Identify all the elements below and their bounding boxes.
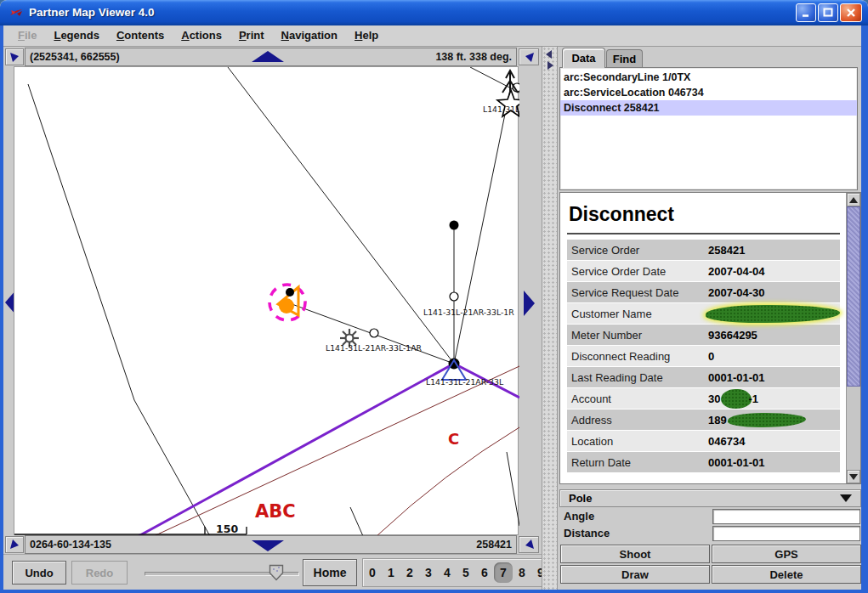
tab-data[interactable]: Data	[562, 48, 605, 68]
map-sheet-id: 0264-60-134-135	[26, 539, 111, 551]
split-collapse-right-icon[interactable]	[547, 61, 553, 70]
sheet-nav-nw-button[interactable]	[5, 48, 24, 65]
detail-scrollbar[interactable]	[846, 193, 860, 483]
split-divider[interactable]	[542, 47, 558, 590]
list-item[interactable]: arc:SecondaryLine 1/0TX	[560, 70, 857, 85]
redo-button[interactable]: Redo	[71, 561, 128, 585]
detail-row-value	[706, 305, 840, 323]
angle-input[interactable]	[712, 509, 860, 524]
detail-row-label: Service Order	[567, 244, 708, 257]
map-canvas[interactable]: L141-31L-21AR-33L-1R L141-31L-21AR-33L-1…	[14, 66, 519, 535]
minimize-button[interactable]	[796, 3, 816, 22]
detail-panel: Disconnect Service Order258421Service Or…	[559, 192, 861, 484]
page-button-0[interactable]: 0	[363, 562, 382, 583]
sheet-nav-sw-button[interactable]	[5, 536, 24, 553]
detail-row-label: Meter Number	[567, 329, 708, 342]
menu-print[interactable]: Print	[231, 25, 272, 46]
menu-navigation[interactable]: Navigation	[274, 25, 345, 46]
menu-legends[interactable]: Legends	[46, 25, 106, 46]
detail-row: Service Order258421	[567, 240, 840, 260]
page-button-6[interactable]: 6	[475, 562, 494, 583]
detail-row-label: Address	[567, 414, 708, 426]
page-button-4[interactable]: 4	[438, 562, 457, 583]
detail-row: Account30-1	[567, 388, 840, 409]
detail-row-value: 0001-01-01	[708, 456, 765, 469]
sheet-nav-ne-button[interactable]	[519, 48, 539, 65]
draw-button[interactable]: Draw	[560, 565, 710, 584]
redaction-scribble	[728, 413, 806, 427]
menu-file[interactable]: File	[10, 25, 44, 46]
scale-label: 150	[216, 522, 238, 535]
detail-row: Address189	[567, 409, 840, 430]
node-dot	[450, 221, 459, 230]
feature-label: L141-31L-21AR-33L-1R	[423, 308, 514, 317]
tab-find[interactable]: Find	[606, 49, 643, 68]
detail-row: Service Request Date2007-04-30	[567, 282, 840, 302]
pan-down-icon[interactable]	[252, 540, 284, 551]
shoot-button[interactable]: Shoot	[560, 545, 710, 563]
combo-arrow-icon	[840, 494, 852, 502]
detail-row: Customer Name	[567, 303, 840, 324]
feature-label: L141-31L-21	[483, 104, 519, 114]
close-button[interactable]	[840, 3, 862, 22]
pole-dropdown-value: Pole	[569, 492, 592, 505]
page-button-8[interactable]: 8	[513, 562, 531, 583]
app-window: Partner Map Viewer 4.0 FileLegendsConten…	[0, 0, 868, 593]
detail-row-label: Customer Name	[567, 308, 706, 320]
redaction-scribble	[706, 305, 840, 323]
area-label: ABC	[255, 501, 296, 522]
area-label: C	[448, 430, 459, 448]
delete-button[interactable]: Delete	[712, 565, 861, 584]
menu-help[interactable]: Help	[347, 25, 386, 46]
detail-row-value: 258421	[708, 244, 745, 257]
scroll-up-button[interactable]	[847, 193, 860, 206]
list-item[interactable]: Disconnect 258421	[560, 100, 857, 116]
undo-button[interactable]: Undo	[12, 561, 66, 585]
gps-button[interactable]: GPS	[712, 545, 861, 563]
redaction-scribble	[721, 389, 752, 409]
detail-row-label: Last Reading Date	[567, 371, 708, 384]
menu-contents[interactable]: Contents	[109, 25, 172, 46]
detail-row-value: 2007-04-30	[708, 286, 765, 299]
detail-row: Return Date0001-01-01	[567, 452, 840, 472]
distance-input[interactable]	[712, 526, 860, 541]
detail-row: Service Order Date2007-04-04	[567, 261, 840, 281]
detail-row: Last Reading Date0001-01-01	[567, 367, 840, 387]
detail-row: Location046734	[567, 431, 840, 451]
feature-label: L141-31L-21AR-33L	[426, 377, 504, 387]
sheet-nav-se-button[interactable]	[519, 536, 539, 553]
map-readout: 138 ft. 338 deg.	[435, 51, 516, 63]
page-number-panel: 0123456789	[362, 558, 551, 587]
detail-rows: Service Order258421Service Order Date200…	[560, 240, 847, 472]
detail-row-value: 189	[708, 413, 806, 427]
home-button[interactable]: Home	[303, 559, 357, 586]
page-button-7[interactable]: 7	[494, 562, 513, 583]
app-icon	[8, 4, 25, 21]
page-button-3[interactable]: 3	[419, 562, 438, 583]
pan-right-icon[interactable]	[524, 291, 535, 316]
menu-actions[interactable]: Actions	[173, 25, 230, 46]
scrollbar-thumb[interactable]	[847, 206, 860, 387]
detail-row-label: Service Order Date	[567, 265, 708, 278]
page-button-1[interactable]: 1	[382, 562, 400, 583]
selected-device-symbol	[269, 285, 305, 320]
map-selection-id: 258421	[476, 539, 516, 551]
frame-right	[861, 25, 868, 593]
pole-symbol-icon	[502, 71, 518, 93]
frame-bottom	[0, 590, 868, 593]
page-button-2[interactable]: 2	[400, 562, 419, 583]
maximize-button[interactable]	[818, 3, 838, 22]
pole-dropdown[interactable]: Pole	[559, 489, 861, 507]
detail-row-label: Account	[567, 393, 708, 405]
title-bar[interactable]: Partner Map Viewer 4.0	[0, 0, 868, 25]
page-button-5[interactable]: 5	[457, 562, 475, 583]
detail-row-label: Service Request Date	[567, 286, 708, 299]
feature-list: arc:SecondaryLine 1/0TXarc:ServiceLocati…	[559, 67, 858, 190]
list-item[interactable]: arc:ServiceLocation 046734	[560, 85, 857, 100]
zoom-slider-thumb[interactable]	[269, 564, 284, 585]
feature-label: L141-31L-21AR-33L-1AR	[326, 343, 423, 353]
pan-up-icon[interactable]	[252, 51, 284, 62]
split-collapse-left-icon[interactable]	[546, 50, 552, 59]
detail-row-value: 0	[708, 350, 714, 363]
scroll-down-button[interactable]	[847, 470, 860, 483]
